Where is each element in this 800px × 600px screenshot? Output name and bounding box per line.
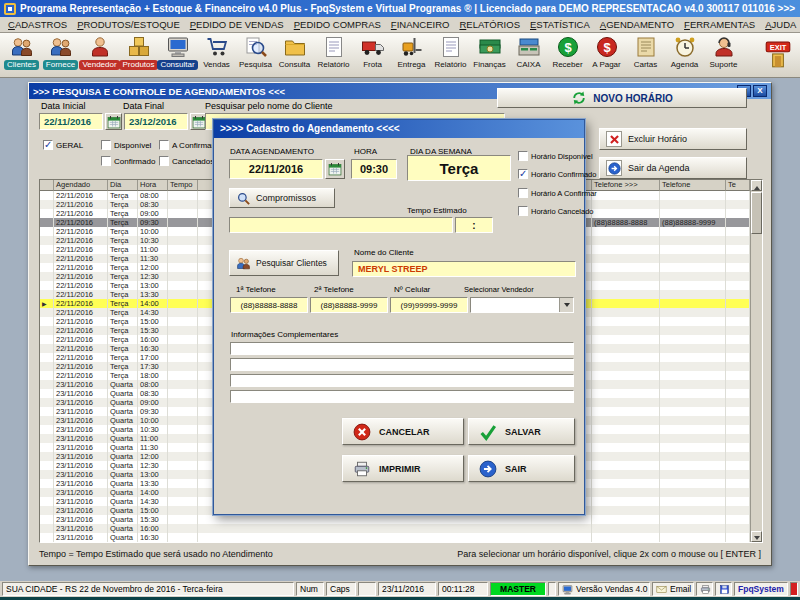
- compromissos-button[interactable]: Compromissos: [229, 188, 335, 208]
- tel1-field[interactable]: (88)88888-8888: [230, 297, 308, 313]
- cell-te: [726, 380, 750, 389]
- toolbar-button-receber[interactable]: $Receber: [548, 34, 587, 77]
- toolbar-button-cartas[interactable]: Cartas: [626, 34, 665, 77]
- toolbar-button-caixa[interactable]: CAIXA: [509, 34, 548, 77]
- toolbar-button-vendas[interactable]: Vendas: [197, 34, 236, 77]
- toolbar-button-relatorio[interactable]: Relatório: [314, 34, 353, 77]
- toolbar-button-agenda[interactable]: Agenda: [665, 34, 704, 77]
- toolbar-button-label: CAIXA: [516, 59, 540, 70]
- cell-agendado: 23/11/2016: [54, 497, 108, 506]
- menu-item-ferramentas[interactable]: FERRAMENTAS: [679, 18, 760, 31]
- cell-te: [726, 281, 750, 290]
- toolbar-button-fornece[interactable]: Fornece: [41, 34, 80, 77]
- checkbox-label: GERAL: [56, 141, 83, 150]
- cell-dia: Quarta: [108, 407, 138, 416]
- toolbar-button-entrega[interactable]: Entrega: [392, 34, 431, 77]
- menu-item-pedido-compras[interactable]: PEDIDO COMPRAS: [289, 18, 386, 31]
- menu-item-cadastros[interactable]: CADASTROS: [3, 18, 72, 31]
- info-line-4[interactable]: [230, 390, 574, 403]
- menu-item-pedido-de-vendas[interactable]: PEDIDO DE VENDAS: [185, 18, 289, 31]
- cell-tempo: [168, 281, 198, 290]
- scroll-down-icon[interactable]: [751, 531, 762, 542]
- menu-item-label: FINANCEIRO: [391, 19, 450, 30]
- vendedor-select[interactable]: [470, 297, 574, 313]
- cancelar-button[interactable]: CANCELAR: [342, 418, 464, 445]
- status-time: 00:11:28: [438, 582, 488, 596]
- table-row[interactable]: 23/11/2016Quarta15:30: [40, 515, 750, 524]
- scroll-up-icon[interactable]: [751, 180, 762, 191]
- nome-cliente-field[interactable]: MERYL STREEP: [352, 261, 576, 277]
- table-scrollbar[interactable]: [750, 180, 762, 542]
- data-agendamento-field[interactable]: 22/11/2016: [229, 159, 323, 179]
- tempo-field[interactable]: [229, 217, 453, 233]
- filter-cancelados[interactable]: Cancelados: [159, 156, 214, 166]
- cell-dia: Terça: [108, 263, 138, 272]
- scrollbar-thumb[interactable]: [751, 192, 762, 234]
- toolbar-button-financas[interactable]: Finanças: [470, 34, 509, 77]
- toolbar-button-clientes[interactable]: Clientes: [2, 34, 41, 77]
- novo-horario-button[interactable]: NOVO HORÁRIO: [497, 88, 747, 108]
- celular-field[interactable]: (99)99999-9999: [390, 297, 468, 313]
- toolbar-button-vendedor[interactable]: Vendedor: [80, 34, 119, 77]
- cell-te: [726, 218, 750, 227]
- status-option-horario-confirmado[interactable]: Horário Confirmado: [518, 169, 596, 179]
- toolbar-button-consultar[interactable]: Consultar: [158, 34, 197, 77]
- sair-agenda-button[interactable]: Sair da Agenda: [599, 157, 747, 179]
- status-bar: SUA CIDADE - RS 22 de Novembro de 2016 -…: [0, 581, 800, 597]
- cell-telefone-1: [592, 335, 660, 344]
- table-row[interactable]: 23/11/2016Quarta16:00: [40, 524, 750, 533]
- filter-geral[interactable]: GERAL: [43, 140, 83, 150]
- toolbar-button-relatorio[interactable]: Relatório: [431, 34, 470, 77]
- toolbar-button-suporte[interactable]: Suporte: [704, 34, 743, 77]
- cell-agendado: 23/11/2016: [54, 425, 108, 434]
- cell-tempo: [168, 506, 198, 515]
- calendar-icon[interactable]: [105, 113, 122, 130]
- tel2-field[interactable]: (88)88888-9999: [310, 297, 388, 313]
- data-inicial-field[interactable]: 22/11/2016: [39, 113, 103, 130]
- tempo-colon-field[interactable]: :: [455, 217, 493, 233]
- dialog-title-bar[interactable]: >>>> Cadastro do Agendamento <<<<: [214, 120, 584, 138]
- celular-label: Nº Celular: [394, 285, 430, 294]
- menu-item-ajuda[interactable]: AJUDA: [760, 18, 800, 31]
- info-line-1[interactable]: [230, 342, 574, 355]
- toolbar-button-frota[interactable]: Frota: [353, 34, 392, 77]
- imprimir-button[interactable]: IMPRIMIR: [342, 455, 464, 482]
- menu-item-estatistica[interactable]: ESTATÍSTICA: [525, 18, 595, 31]
- cell-telefone-2: (88)88888-9999: [660, 218, 726, 227]
- info-line-2[interactable]: [230, 358, 574, 371]
- pesquisar-clientes-button[interactable]: Pesquisar Clientes: [229, 250, 339, 276]
- data-final-field[interactable]: 23/12/2016: [124, 113, 188, 130]
- menu-item-produtos-estoque[interactable]: PRODUTOS/ESTOQUE: [72, 18, 185, 31]
- excluir-horario-label: Excluir Horário: [628, 134, 687, 144]
- exit-button[interactable]: EXIT: [758, 34, 798, 77]
- menu-item-financeiro[interactable]: FINANCEIRO: [386, 18, 455, 31]
- footer-hint-right: Para selecionar um horário disponível, c…: [457, 549, 761, 559]
- cell-te: [726, 326, 750, 335]
- menu-item-agendamento[interactable]: AGENDAMENTO: [595, 18, 679, 31]
- hora-field[interactable]: 09:30: [351, 159, 397, 179]
- excluir-horario-button[interactable]: Excluir Horário: [599, 128, 747, 150]
- status-option-horario-a-confirmar[interactable]: Horário A Confirmar: [518, 188, 597, 198]
- row-marker: [40, 218, 54, 227]
- info-line-3[interactable]: [230, 374, 574, 387]
- toolbar-button-consulta[interactable]: Consulta: [275, 34, 314, 77]
- status-option-horario-cancelado[interactable]: Horário Cancelado: [518, 206, 594, 216]
- table-row[interactable]: 23/11/2016Quarta16:30: [40, 533, 750, 542]
- toolbar-button-label: Suporte: [709, 59, 737, 70]
- calendar-icon[interactable]: [325, 159, 345, 179]
- toolbar-button-produtos[interactable]: Produtos: [119, 34, 158, 77]
- filter-confirmado[interactable]: Confirmado: [101, 156, 155, 166]
- toolbar-button-pesquisa[interactable]: Pesquisa: [236, 34, 275, 77]
- toolbar-button-label: Agenda: [671, 59, 699, 70]
- status-option-horario-disponivel[interactable]: Horário Disponível: [518, 151, 593, 161]
- filter-a-confirmar[interactable]: A Confirmar: [159, 140, 214, 150]
- sair-button[interactable]: SAIR: [468, 455, 575, 482]
- filter-disponivel[interactable]: Disponível: [101, 140, 151, 150]
- close-button[interactable]: X: [753, 85, 767, 97]
- salvar-button[interactable]: SALVAR: [468, 418, 575, 445]
- menu-item-relatorios[interactable]: RELATÓRIOS: [454, 18, 525, 31]
- checkbox-label: Horário Confirmado: [531, 170, 596, 179]
- cell-telefone-1: [592, 425, 660, 434]
- window-title: Programa Representação + Estoque & Finan…: [20, 3, 795, 14]
- toolbar-button-a-pagar[interactable]: $A Pagar: [587, 34, 626, 77]
